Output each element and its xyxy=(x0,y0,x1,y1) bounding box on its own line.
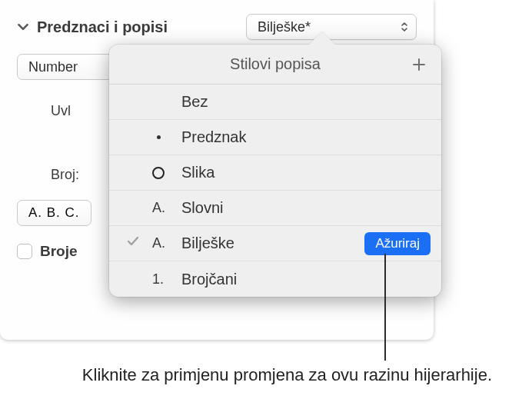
update-style-button[interactable]: Ažuriraj xyxy=(364,232,431,255)
number-format-button[interactable]: Number xyxy=(17,54,111,80)
list-style-item-bez[interactable]: Bez xyxy=(109,85,441,120)
list-style-dropdown[interactable]: Bilješke* xyxy=(246,14,417,40)
marker-column: A. xyxy=(152,200,181,216)
list-style-item-biljeske[interactable]: A. Bilješke Ažuriraj xyxy=(109,226,441,261)
popover-header: Stilovi popisa xyxy=(109,45,441,85)
disclosure-down-icon[interactable] xyxy=(17,21,29,33)
tiered-numbers-checkbox[interactable] xyxy=(17,244,32,259)
bullet-icon xyxy=(157,135,161,139)
list-style-item-brojcani[interactable]: 1. Brojčani xyxy=(109,261,441,297)
list-styles-popover: Stilovi popisa Bez Predznak Slika A. Slo… xyxy=(109,45,441,297)
callout-text: Kliknite za primjenu promjena za ovu raz… xyxy=(77,364,492,387)
item-label: Brojčani xyxy=(181,271,237,288)
tiered-numbers-label: Broje xyxy=(40,243,78,260)
list-style-items: Bez Predznak Slika A. Slovni A. Bilješke xyxy=(109,85,441,297)
checkmark-icon xyxy=(126,234,140,252)
number-button-label: Number xyxy=(28,59,78,75)
item-label: Slovni xyxy=(181,199,223,217)
list-style-item-slika[interactable]: Slika xyxy=(109,155,441,191)
section-title: Predznaci i popisi xyxy=(37,18,238,36)
marker-column xyxy=(152,167,181,179)
item-label: Bilješke xyxy=(181,234,234,252)
list-style-item-predznak[interactable]: Predznak xyxy=(109,120,441,155)
marker-column xyxy=(152,135,181,139)
marker-column: 1. xyxy=(152,271,181,288)
updown-arrows-icon xyxy=(401,22,408,32)
marker-column: A. xyxy=(152,235,181,251)
numbering-style-dropdown[interactable]: A. B. C. xyxy=(17,200,91,226)
section-header: Predznaci i popisi Bilješke* xyxy=(17,14,417,40)
numbering-style-value: A. B. C. xyxy=(28,205,80,221)
update-button-label: Ažuriraj xyxy=(375,236,420,251)
check-column xyxy=(126,234,152,252)
item-label: Predznak xyxy=(181,128,247,146)
list-style-item-slovni[interactable]: A. Slovni xyxy=(109,191,441,226)
item-label: Bez xyxy=(181,93,208,111)
callout-leader-line xyxy=(384,254,386,361)
ring-icon xyxy=(152,167,165,179)
popover-title: Stilovi popisa xyxy=(109,55,441,73)
item-label: Slika xyxy=(181,164,214,181)
list-style-selected: Bilješke* xyxy=(258,19,311,35)
add-style-button[interactable] xyxy=(407,53,431,76)
